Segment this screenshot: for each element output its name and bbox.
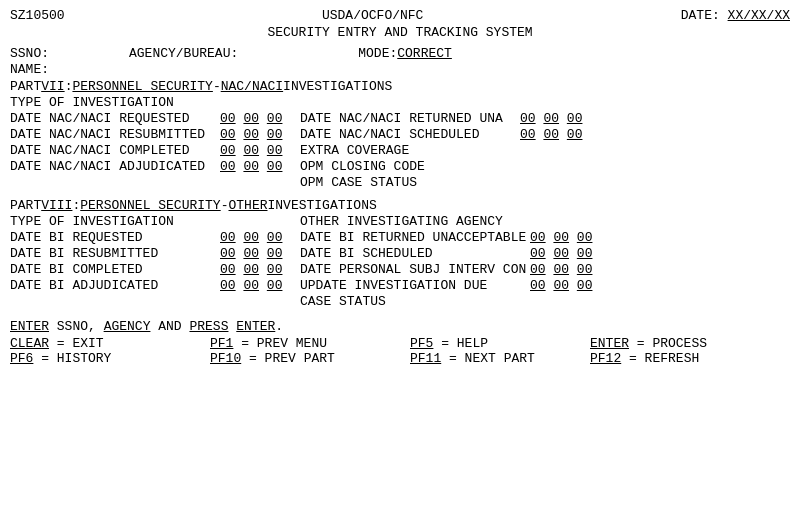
name-row: NAME: <box>10 62 790 77</box>
part7-post: : <box>65 79 73 94</box>
footer-instruction: ENTER SSNO, AGENCY AND PRESS ENTER. <box>10 319 283 334</box>
part8-data-row-0: DATE BI REQUESTED 00 00 00 DATE BI RETUR… <box>10 230 790 245</box>
part7-data-row-3: DATE NAC/NACI ADJUDICATED 00 00 00 OPM C… <box>10 159 790 174</box>
part7-left-label-3: DATE NAC/NACI ADJUDICATED <box>10 159 220 174</box>
part8-left-label-0: DATE BI REQUESTED <box>10 230 220 245</box>
part8-left-dates-1: 00 00 00 <box>220 246 300 261</box>
part8-left-dates-3: 00 00 00 <box>220 278 300 293</box>
footer: ENTER SSNO, AGENCY AND PRESS ENTER. CLEA… <box>10 319 790 366</box>
part7-data-row-4: OPM CASE STATUS <box>10 175 790 190</box>
part7-right-dates-1: 00 00 00 <box>520 127 582 142</box>
system-title: SECURITY ENTRY AND TRACKING SYSTEM <box>10 25 790 40</box>
part8-right-dates-1: 00 00 00 <box>530 246 592 261</box>
footer-pf1-combo: PF1 = PREV MENU <box>210 336 410 351</box>
mode-label: MODE: <box>358 46 397 61</box>
part8-data-row-3: DATE BI ADJUDICATED 00 00 00 UPDATE INVE… <box>10 278 790 293</box>
part8-post: : <box>72 198 80 213</box>
footer-pf11-combo: PF11 = NEXT PART <box>410 351 590 366</box>
part7-data-row-2: DATE NAC/NACI COMPLETED 00 00 00 EXTRA C… <box>10 143 790 158</box>
part7-nac: NAC/NACI <box>221 79 283 94</box>
part8-other-agency: OTHER INVESTIGATING AGENCY <box>300 214 503 229</box>
part7-end: INVESTIGATIONS <box>283 79 392 94</box>
part8-num: VIII <box>41 198 72 213</box>
footer-enter-combo: ENTER = PROCESS <box>590 336 707 351</box>
part8-title: PART VIII: PERSONNEL SECURITY - OTHER IN… <box>10 198 790 213</box>
part7-right-dates-0: 00 00 00 <box>520 111 582 126</box>
footer-line2: PF6 = HISTORY PF10 = PREV PART PF11 = NE… <box>10 351 790 366</box>
part7-type-label: TYPE OF INVESTIGATION <box>10 95 790 110</box>
part8-data-row-4: CASE STATUS <box>10 294 790 309</box>
part8-pre: PART <box>10 198 41 213</box>
part7-right-label-0: DATE NAC/NACI RETURNED UNA <box>300 111 520 126</box>
part8-left-label-2: DATE BI COMPLETED <box>10 262 220 277</box>
footer-clear-combo: CLEAR = EXIT <box>10 336 210 351</box>
part8-left-dates-0: 00 00 00 <box>220 230 300 245</box>
ssno-agency-row: SSNO: AGENCY/BUREAU: MODE: CORRECT <box>10 46 790 61</box>
part7-right-label-4: OPM CASE STATUS <box>300 175 417 190</box>
footer-pf6-combo: PF6 = HISTORY <box>10 351 210 366</box>
part7-type-text: TYPE OF INVESTIGATION <box>10 95 174 110</box>
footer-instruction-row: ENTER SSNO, AGENCY AND PRESS ENTER. <box>10 319 790 334</box>
date-value: XX/XX/XX <box>728 8 790 23</box>
date-area: DATE: XX/XX/XX <box>681 8 790 23</box>
part8-case-status: CASE STATUS <box>300 294 386 309</box>
part8-personnel: PERSONNEL SECURITY <box>80 198 220 213</box>
part7-left-label-2: DATE NAC/NACI COMPLETED <box>10 143 220 158</box>
footer-line1: CLEAR = EXIT PF1 = PREV MENU PF5 = HELP … <box>10 336 790 351</box>
part7-data-row-0: DATE NAC/NACI REQUESTED 00 00 00 DATE NA… <box>10 111 790 126</box>
part7-dash: - <box>213 79 221 94</box>
mode-value: CORRECT <box>397 46 452 61</box>
part8-left-label-3: DATE BI ADJUDICATED <box>10 278 220 293</box>
part7-personnel: PERSONNEL SECURITY <box>72 79 212 94</box>
part8-right-dates-2: 00 00 00 <box>530 262 592 277</box>
part7-right-label-3: OPM CLOSING CODE <box>300 159 425 174</box>
part8-right-label-0: DATE BI RETURNED UNACCEPTABLE <box>300 230 530 245</box>
part7-left-dates-2: 00 00 00 <box>220 143 300 158</box>
part7-right-label-2: EXTRA COVERAGE <box>300 143 409 158</box>
part7-right-label-1: DATE NAC/NACI SCHEDULED <box>300 127 520 142</box>
name-label: NAME: <box>10 62 49 77</box>
main-screen: SZ10500 USDA/OCFO/NFC DATE: XX/XX/XX SEC… <box>10 8 790 500</box>
part8-type-label: TYPE OF INVESTIGATION <box>10 214 300 229</box>
part8-data-row-2: DATE BI COMPLETED 00 00 00 DATE PERSONAL… <box>10 262 790 277</box>
footer-pf12-combo: PF12 = REFRESH <box>590 351 699 366</box>
ssno-label: SSNO: <box>10 46 49 61</box>
footer-pf5-combo: PF5 = HELP <box>410 336 590 351</box>
part8-left-label-1: DATE BI RESUBMITTED <box>10 246 220 261</box>
part7-title: PART VII: PERSONNEL SECURITY - NAC/NACI … <box>10 79 790 94</box>
header-row: SZ10500 USDA/OCFO/NFC DATE: XX/XX/XX <box>10 8 790 23</box>
part8-left-dates-2: 00 00 00 <box>220 262 300 277</box>
part8-investigations: INVESTIGATIONS <box>268 198 377 213</box>
system-id: SZ10500 <box>10 8 65 23</box>
part7-left-label-1: DATE NAC/NACI RESUBMITTED <box>10 127 220 142</box>
part8-dash: - <box>221 198 229 213</box>
part7-pre: PART <box>10 79 41 94</box>
part7-data-row-1: DATE NAC/NACI RESUBMITTED 00 00 00 DATE … <box>10 127 790 142</box>
footer-pf10-combo: PF10 = PREV PART <box>210 351 410 366</box>
part8-right-label-3: UPDATE INVESTIGATION DUE <box>300 278 530 293</box>
part8-right-dates-3: 00 00 00 <box>530 278 592 293</box>
agency-label: AGENCY/BUREAU: <box>129 46 238 61</box>
date-label: DATE: <box>681 8 720 23</box>
part7-num: VII <box>41 79 64 94</box>
part8-right-label-1: DATE BI SCHEDULED <box>300 246 530 261</box>
org-name: USDA/OCFO/NFC <box>322 8 423 23</box>
part8-data-row-1: DATE BI RESUBMITTED 00 00 00 DATE BI SCH… <box>10 246 790 261</box>
part8-right-dates-0: 00 00 00 <box>530 230 592 245</box>
part8-other: OTHER <box>229 198 268 213</box>
part8-right-label-2: DATE PERSONAL SUBJ INTERV CON <box>300 262 530 277</box>
part7-left-dates-0: 00 00 00 <box>220 111 300 126</box>
part7-left-dates-1: 00 00 00 <box>220 127 300 142</box>
part8-type-row: TYPE OF INVESTIGATION OTHER INVESTIGATIN… <box>10 214 790 229</box>
part7-left-dates-3: 00 00 00 <box>220 159 300 174</box>
part7-left-label-0: DATE NAC/NACI REQUESTED <box>10 111 220 126</box>
